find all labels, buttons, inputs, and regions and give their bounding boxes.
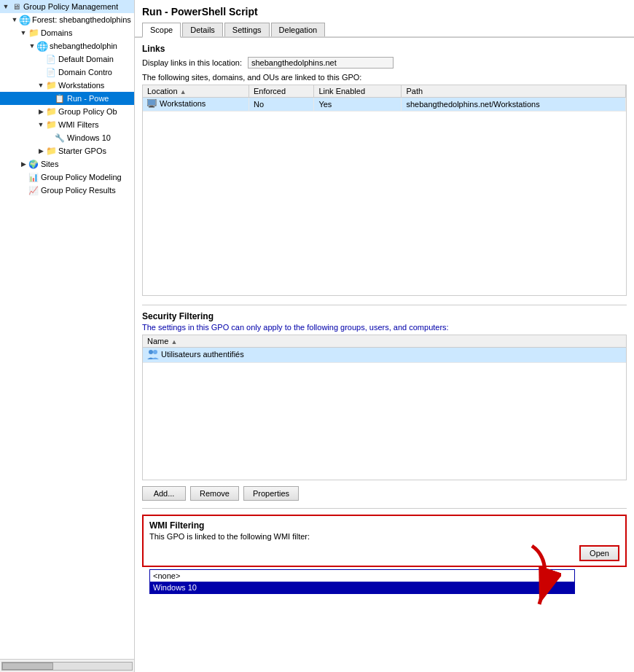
domain-icon: 🌐 <box>19 14 31 26</box>
security-table-row[interactable]: Utilisateurs authentifiés <box>143 348 626 363</box>
sidebar-tree: ▼ 🖥 Group Policy Management ▼ 🌐 Forest: … <box>0 0 134 659</box>
sidebar-item-default-domain[interactable]: 📄 Default Domain <box>0 52 134 66</box>
sidebar-item-domains[interactable]: ▼ 📁 Domains <box>0 26 134 39</box>
toggle-sites[interactable]: ▶ <box>19 160 28 168</box>
svg-rect-2 <box>150 106 153 106</box>
toggle-results <box>19 187 28 194</box>
col-location[interactable]: Location ▲ <box>143 85 249 98</box>
right-panel: Run - PowerShell Script Scope Details Se… <box>135 0 634 672</box>
toggle-empty-4 <box>45 134 54 141</box>
cell-location: Workstations <box>143 98 249 112</box>
sidebar-item-workstations[interactable]: ▼ 📁 Workstations <box>0 79 134 92</box>
col-path[interactable]: Path <box>402 85 626 98</box>
wmi-info-text: This GPO is linked to the following WMI … <box>149 532 619 541</box>
app-container: ▼ 🖥 Group Policy Management ▼ 🌐 Forest: … <box>0 0 634 672</box>
user-group-icon-row: Utilisateurs authentifiés <box>147 349 244 359</box>
display-links-input[interactable] <box>248 57 394 69</box>
toggle-forest[interactable]: ▼ <box>10 16 19 23</box>
wmi-open-button[interactable]: Open <box>579 545 619 561</box>
security-table-area: Name ▲ <box>142 335 627 480</box>
toggle-domains[interactable]: ▼ <box>19 29 28 36</box>
toggle-wmi[interactable]: ▼ <box>36 121 45 128</box>
user-group-icon <box>147 349 159 359</box>
tab-delegation[interactable]: Delegation <box>271 23 326 36</box>
sidebar-item-forest[interactable]: ▼ 🌐 Forest: shebangthedolphins <box>0 13 134 26</box>
sidebar-item-domain-control[interactable]: 📄 Domain Contro <box>0 66 134 79</box>
sidebar-label-domains: Domains <box>41 28 72 37</box>
section-divider-2 <box>142 508 627 509</box>
sidebar-item-wmi-filters[interactable]: ▼ 📁 WMI Filters <box>0 118 134 131</box>
sidebar-scrollbar[interactable] <box>0 659 134 672</box>
scrollbar-track[interactable] <box>1 662 133 671</box>
sidebar-item-gp-modeling[interactable]: 📊 Group Policy Modeling <box>0 171 134 184</box>
svg-rect-3 <box>149 106 154 108</box>
gpo-icon-2: 📄 <box>45 66 57 78</box>
toggle-gpo[interactable]: ▶ <box>36 108 45 115</box>
sidebar-label-run-powershell: Run - Powe <box>67 94 109 103</box>
results-icon: 📈 <box>28 184 39 196</box>
add-button[interactable]: Add... <box>142 486 186 501</box>
security-table: Name ▲ <box>143 335 626 363</box>
section-divider-1 <box>142 305 627 305</box>
sort-arrow-name: ▲ <box>171 338 177 345</box>
computer-icon: 🖥 <box>10 1 22 12</box>
toggle-modeling <box>19 173 28 181</box>
security-section-title: Security Filtering <box>142 311 627 321</box>
sites-icon: 🌍 <box>28 158 39 170</box>
sidebar-item-starter-gpos[interactable]: ▶ 📁 Starter GPOs <box>0 144 134 157</box>
table-row[interactable]: Workstations No Yes shebangthedolphins.n… <box>143 98 626 112</box>
remove-button[interactable]: Remove <box>190 486 239 501</box>
svg-point-5 <box>153 350 157 354</box>
security-buttons-row: Add... Remove Properties <box>142 486 627 501</box>
wmi-dropdown-windows10[interactable]: Windows 10 <box>150 582 574 593</box>
tab-details[interactable]: Details <box>182 23 223 36</box>
sidebar-label-gp-modeling: Group Policy Modeling <box>41 173 122 181</box>
gpo-icon-1: 📄 <box>45 53 57 65</box>
links-section-title: Links <box>142 44 627 54</box>
sidebar-label-default-domain: Default Domain <box>58 55 114 63</box>
sidebar-item-gpm-root[interactable]: ▼ 🖥 Group Policy Management <box>0 0 134 13</box>
panel-title: Run - PowerShell Script <box>135 0 634 20</box>
display-links-row: Display links in this location: <box>142 57 627 69</box>
toggle-gpm[interactable]: ▼ <box>1 3 10 10</box>
sidebar-item-domain[interactable]: ▼ 🌐 shebangthedolphin <box>0 39 134 52</box>
tab-bar: Scope Details Settings Delegation <box>135 20 634 38</box>
toggle-domain[interactable]: ▼ <box>28 42 36 50</box>
links-table: Location ▲ Enforced Link Enabled Path <box>143 85 626 112</box>
tab-scope[interactable]: Scope <box>142 23 181 38</box>
folder-icon-workstations: 📁 <box>45 79 57 91</box>
tab-settings[interactable]: Settings <box>224 23 270 36</box>
toggle-workstations[interactable]: ▼ <box>36 82 45 89</box>
sidebar-item-sites[interactable]: ▶ 🌍 Sites <box>0 157 134 171</box>
wmi-dropdown-none[interactable]: <none> <box>150 570 574 582</box>
cell-user-name: Utilisateurs authentifiés <box>143 348 626 363</box>
folder-icon-wmi: 📁 <box>45 119 57 130</box>
wmi-section: WMI Filtering This GPO is linked to the … <box>142 515 627 567</box>
workstation-row-icon: Workstations <box>147 99 206 108</box>
wmi-dropdown[interactable]: <none> Windows 10 <box>149 569 575 594</box>
sidebar-label-gpo: Group Policy Ob <box>58 107 117 116</box>
sort-arrow-location: ▲ <box>180 88 187 95</box>
sidebar-item-gpo[interactable]: ▶ 📁 Group Policy Ob <box>0 105 134 118</box>
col-enforced[interactable]: Enforced <box>249 85 314 98</box>
sidebar-item-run-powershell[interactable]: 📋 Run - Powe <box>0 92 134 105</box>
scrollbar-thumb[interactable] <box>2 663 53 670</box>
wmi-controls: Windows 10 <none> <none> Windows 10 Open <box>149 545 619 561</box>
links-info-text: The following sites, domains, and OUs ar… <box>142 73 627 82</box>
col-link-enabled[interactable]: Link Enabled <box>314 85 402 98</box>
sidebar-label-wmi-filters: WMI Filters <box>58 120 99 129</box>
folder-icon-domains: 📁 <box>28 27 39 39</box>
cell-path: shebangthedolphins.net/Workstations <box>402 98 626 112</box>
sidebar-label-windows10: Windows 10 <box>67 133 111 142</box>
gpo-icon-run: 📋 <box>54 93 66 104</box>
properties-button[interactable]: Properties <box>243 486 299 501</box>
toggle-empty-3 <box>45 95 54 102</box>
display-links-label: Display links in this location: <box>142 58 242 67</box>
toggle-empty-1 <box>36 55 45 63</box>
sidebar-label-sites: Sites <box>41 160 58 168</box>
sidebar-item-windows10[interactable]: 🔧 Windows 10 <box>0 131 134 144</box>
col-name[interactable]: Name ▲ <box>143 335 626 348</box>
sidebar-item-gp-results[interactable]: 📈 Group Policy Results <box>0 184 134 197</box>
toggle-starter[interactable]: ▶ <box>36 147 45 155</box>
modeling-icon: 📊 <box>28 171 39 183</box>
